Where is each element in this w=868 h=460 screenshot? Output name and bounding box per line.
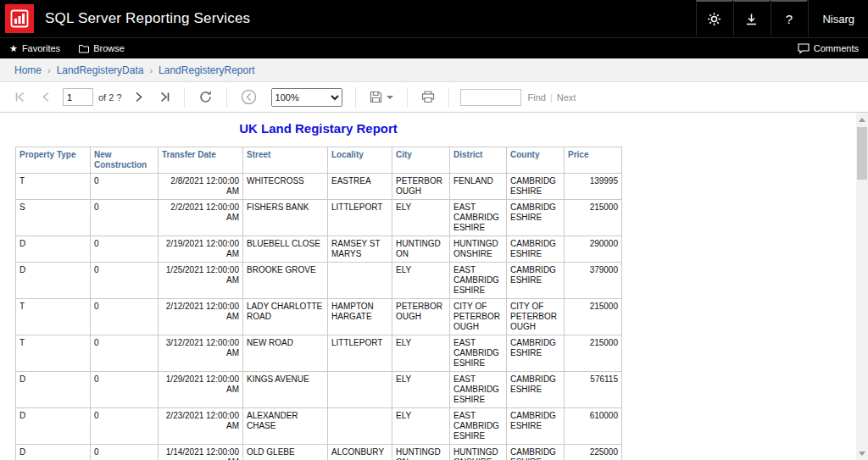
table-cell: EASTREA — [328, 174, 392, 200]
gear-icon — [707, 12, 721, 26]
table-cell: T — [16, 299, 91, 335]
chevron-right-icon — [133, 91, 144, 103]
table-cell — [328, 408, 392, 445]
toolbar-divider — [448, 87, 449, 108]
settings-button[interactable] — [696, 0, 733, 37]
zoom-select[interactable]: 100% — [271, 88, 342, 107]
last-page-button[interactable] — [152, 82, 178, 113]
breadcrumb: Home › LandRegisteryData › LandRegistery… — [0, 58, 868, 82]
table-cell: HUNTINGDON — [392, 236, 450, 263]
previous-page-button[interactable] — [33, 82, 59, 113]
ssrs-logo[interactable] — [5, 4, 34, 33]
table-cell: 1/25/2021 12:00:00 AM — [159, 263, 243, 299]
table-cell: FISHERS BANK — [243, 200, 328, 236]
find-next-button[interactable]: Next — [557, 92, 576, 103]
table-row: D01/25/2021 12:00:00 AMBROOKE GROVEELYEA… — [16, 263, 622, 299]
breadcrumb-folder-link[interactable]: LandRegisteryData — [57, 64, 144, 76]
report-scrollbar[interactable] — [856, 113, 868, 460]
table-cell: 2/19/2021 12:00:00 AM — [159, 236, 243, 263]
table-cell: T — [16, 335, 91, 372]
table-cell: D — [16, 372, 91, 408]
table-cell: HUNTINGDONSHIRE — [450, 445, 507, 460]
report-table: Property TypeNew ConstructionTransfer Da… — [15, 147, 622, 460]
toolbar-divider — [184, 87, 185, 108]
table-row: D02/23/2021 12:00:00 AMALEXANDER CHASEEL… — [16, 408, 622, 445]
last-page-icon — [159, 91, 170, 103]
table-cell: D — [16, 263, 91, 299]
report-content: UK Land Registary Report Property TypeNe… — [0, 113, 868, 460]
breadcrumb-current-report[interactable]: LandRegisteryReport — [159, 64, 254, 76]
table-row: D01/14/2021 12:00:00 AMOLD GLEBEALCONBUR… — [16, 445, 622, 460]
page-number-input[interactable] — [63, 88, 93, 106]
table-cell: EAST CAMBRIDGESHIRE — [450, 335, 507, 372]
table-cell: HUNTINGDON — [392, 445, 450, 460]
table-cell: 0 — [91, 445, 159, 460]
triangle-down-icon — [859, 452, 865, 456]
back-to-parent-button[interactable] — [233, 82, 264, 113]
export-button[interactable] — [362, 82, 401, 113]
star-icon: ★ — [9, 44, 18, 53]
table-cell: ELY — [392, 408, 450, 445]
breadcrumb-separator: › — [47, 65, 51, 75]
save-export-icon — [370, 91, 382, 103]
table-cell: 0 — [91, 174, 159, 200]
find-next-divider: | — [550, 92, 553, 103]
nav-item-browse[interactable]: Browse — [70, 38, 134, 58]
nav-item-favorites[interactable]: ★ Favorites — [0, 38, 70, 58]
table-cell: CITY OF PETERBOROUGH — [450, 299, 507, 335]
table-cell: ELY — [392, 263, 450, 299]
table-cell: PETERBOROUGH — [392, 299, 450, 335]
bar-chart-icon — [10, 9, 29, 28]
table-cell: ALEXANDER CHASE — [243, 408, 328, 445]
table-cell: 225000 — [565, 445, 622, 460]
scroll-thumb[interactable] — [857, 127, 867, 180]
table-cell: RAMSEY ST MARYS — [328, 236, 392, 263]
triangle-up-icon — [859, 118, 865, 122]
breadcrumb-home-link[interactable]: Home — [14, 64, 42, 76]
table-cell: 139995 — [565, 174, 622, 200]
download-button[interactable] — [733, 0, 771, 37]
table-header-row: Property TypeNew ConstructionTransfer Da… — [16, 147, 622, 174]
table-cell: 215000 — [565, 335, 622, 372]
table-row: T02/8/2021 12:00:00 AMWHITECROSSEASTREAP… — [16, 174, 622, 200]
table-cell: 2/2/2021 12:00:00 AM — [159, 200, 243, 236]
portal-nav-bar: ★ Favorites Browse Comments — [0, 37, 868, 58]
find-button[interactable]: Find — [528, 92, 546, 103]
table-cell: CAMBRIDGESHIRE — [507, 408, 565, 445]
help-button[interactable]: ? — [771, 0, 808, 37]
table-row: S02/2/2021 12:00:00 AMFISHERS BANKLITTLE… — [16, 200, 622, 236]
table-row: D02/19/2021 12:00:00 AMBLUEBELL CLOSERAM… — [16, 236, 622, 263]
table-cell: 610000 — [565, 408, 622, 445]
table-cell: 379000 — [565, 263, 622, 299]
find-input[interactable] — [460, 89, 521, 106]
scroll-up-button[interactable] — [856, 114, 868, 125]
refresh-button[interactable] — [191, 82, 220, 113]
back-circle-icon — [241, 89, 257, 105]
column-header: County — [507, 147, 565, 174]
table-cell: CITY OF PETERBOROUGH — [507, 299, 565, 335]
first-page-button[interactable] — [7, 82, 33, 113]
next-page-button[interactable] — [125, 82, 152, 113]
comments-button[interactable]: Comments — [788, 38, 868, 58]
chevron-left-icon — [41, 91, 52, 103]
table-cell: D — [16, 408, 91, 445]
column-header: Transfer Date — [159, 147, 243, 174]
table-row: T03/12/2021 12:00:00 AMNEW ROADLITTLEPOR… — [16, 335, 622, 372]
table-cell: WHITECROSS — [243, 174, 328, 200]
user-menu[interactable]: Nisarg — [808, 0, 868, 37]
table-cell: 576115 — [565, 372, 622, 408]
table-cell: 2/23/2021 12:00:00 AM — [159, 408, 243, 445]
table-cell: FENLAND — [450, 174, 507, 200]
scroll-down-button[interactable] — [856, 447, 868, 459]
printer-icon — [421, 91, 435, 103]
table-cell — [328, 263, 392, 299]
table-cell: 290000 — [565, 236, 622, 263]
table-cell: S — [16, 200, 91, 236]
print-button[interactable] — [414, 82, 442, 113]
browse-label: Browse — [93, 43, 125, 53]
chevron-down-icon — [387, 96, 393, 99]
table-cell: CAMBRIDGESHIRE — [507, 335, 565, 372]
table-cell: LADY CHARLOTTE ROAD — [243, 299, 328, 335]
table-cell: 1/29/2021 12:00:00 AM — [159, 372, 243, 408]
table-cell: CAMBRIDGESHIRE — [507, 174, 565, 200]
